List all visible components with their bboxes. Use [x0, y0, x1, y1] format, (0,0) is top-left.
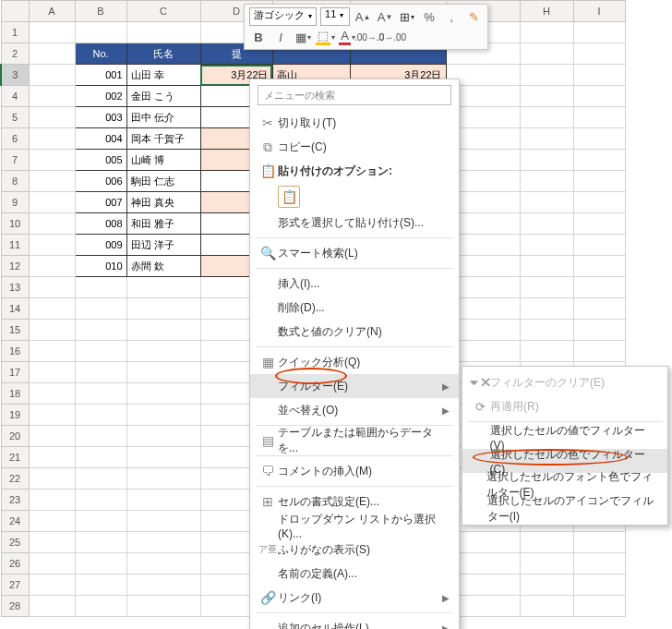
increase-font-icon[interactable]: A▲	[354, 7, 372, 26]
row-header[interactable]: 16	[1, 341, 29, 362]
col-header-I[interactable]: I	[573, 1, 625, 22]
context-menu: メニューの検索 ✂ 切り取り(T) ⧉ コピー(C) 📋 貼り付けのオプション:…	[249, 79, 460, 629]
menu-link[interactable]: 🔗 リンク(I) ▶	[250, 586, 459, 610]
cell-no[interactable]: 001	[75, 65, 126, 86]
font-size-select[interactable]: 11 ▾	[320, 7, 350, 26]
menu-smart-lookup[interactable]: 🔍 スマート検索(L)	[250, 241, 459, 265]
menu-copy[interactable]: ⧉ コピー(C)	[250, 135, 459, 159]
menu-search-input[interactable]: メニューの検索	[258, 85, 451, 105]
row-header[interactable]: 13	[1, 277, 29, 298]
border-icon[interactable]: ▦▾	[294, 28, 312, 46]
row-header[interactable]: 23	[1, 490, 29, 511]
menu-quick-analysis[interactable]: ▦ クイック分析(Q)	[250, 350, 459, 374]
submenu-filter-by-icon[interactable]: 選択したセルのアイコンでフィルター(I)	[462, 497, 667, 521]
row-header[interactable]: 27	[1, 575, 29, 596]
row-header[interactable]: 12	[1, 256, 29, 277]
cell-name[interactable]: 赤間 欽	[126, 256, 200, 277]
cell-name[interactable]: 駒田 仁志	[126, 171, 200, 192]
row-header[interactable]: 11	[1, 235, 29, 256]
decrease-decimal-icon[interactable]: .0→.00	[382, 28, 401, 46]
cell-no[interactable]: 003	[75, 107, 126, 128]
row-header[interactable]: 9	[1, 192, 29, 213]
submenu-clear-filter: ⏷✕ フィルターのクリア(E)	[462, 370, 667, 394]
cell-name[interactable]: 神田 真央	[126, 192, 200, 213]
row-header[interactable]: 8	[1, 171, 29, 192]
menu-define-name[interactable]: 名前の定義(A)...	[250, 562, 459, 586]
cell-no[interactable]: 005	[75, 150, 126, 171]
filter-submenu: ⏷✕ フィルターのクリア(E) ⟳ 再適用(R) 選択したセルの値でフィルター(…	[462, 366, 668, 526]
row-header[interactable]: 5	[1, 107, 29, 128]
menu-delete[interactable]: 削除(D)...	[250, 296, 459, 320]
row-header[interactable]: 6	[1, 128, 29, 150]
menu-get-data-from-table[interactable]: ▤ テーブルまたは範囲からデータを...	[250, 429, 459, 453]
menu-pick-from-dropdown[interactable]: ドロップダウン リストから選択(K)...	[250, 514, 459, 538]
menu-paste-special[interactable]: 形式を選択して貼り付け(S)...	[250, 211, 459, 235]
cell-no[interactable]: 002	[75, 86, 126, 107]
row-header[interactable]: 17	[1, 362, 29, 383]
menu-format-cells[interactable]: ⊞ セルの書式設定(E)...	[250, 490, 459, 514]
bold-icon[interactable]: B	[249, 28, 268, 46]
row-header[interactable]: 1	[1, 22, 29, 43]
row-header[interactable]: 28	[1, 596, 29, 617]
menu-show-phonetic[interactable]: ア亜 ふりがなの表示(S)	[250, 538, 459, 562]
cell-no[interactable]: 008	[75, 213, 126, 235]
cell-name[interactable]: 金田 こう	[126, 86, 200, 107]
row-header[interactable]: 21	[1, 447, 29, 468]
cell-no[interactable]: 004	[75, 128, 126, 150]
italic-icon[interactable]: I	[271, 28, 290, 46]
chevron-right-icon: ▶	[442, 405, 450, 416]
row-header[interactable]: 2	[1, 43, 29, 65]
fill-color-icon[interactable]: ⬚▾	[316, 28, 334, 46]
row-header[interactable]: 19	[1, 405, 29, 426]
row-header[interactable]: 14	[1, 298, 29, 320]
menu-insert[interactable]: 挿入(I)...	[250, 272, 459, 296]
paste-default-icon[interactable]: 📋	[278, 186, 300, 208]
menu-additional-cell-actions[interactable]: 追加のセル操作(L) ▶	[250, 616, 459, 629]
comma-icon[interactable]: ,	[442, 7, 461, 26]
row-header[interactable]: 26	[1, 553, 29, 575]
cell-name[interactable]: 山田 幸	[126, 65, 200, 86]
decrease-font-icon[interactable]: A▼	[376, 7, 394, 26]
quick-analysis-icon: ▦	[258, 355, 278, 369]
cell-name[interactable]: 山崎 博	[126, 150, 200, 171]
format-painter-icon[interactable]: ✎	[464, 7, 483, 26]
format-cells-icon: ⊞	[258, 494, 278, 509]
percent-icon[interactable]: %	[420, 7, 438, 26]
cell-no[interactable]: 006	[75, 171, 126, 192]
phonetic-icon: ア亜	[258, 543, 278, 556]
col-header-A[interactable]: A	[29, 1, 75, 22]
menu-filter[interactable]: フィルター(E) ▶	[250, 374, 459, 398]
row-header[interactable]: 25	[1, 532, 29, 553]
row-header[interactable]: 18	[1, 383, 29, 405]
row-header[interactable]: 3	[1, 65, 29, 86]
font-name-select[interactable]: 游ゴシック ▾	[249, 7, 317, 26]
cell-no[interactable]: 010	[75, 256, 126, 277]
chevron-right-icon: ▶	[442, 381, 450, 392]
menu-sort[interactable]: 並べ替え(O) ▶	[250, 398, 459, 422]
menu-insert-comment[interactable]: 🗨 コメントの挿入(M)	[250, 459, 459, 483]
menu-cut[interactable]: ✂ 切り取り(T)	[250, 111, 459, 135]
row-header[interactable]: 20	[1, 426, 29, 447]
row-header[interactable]: 4	[1, 86, 29, 107]
cell-no[interactable]: 009	[75, 235, 126, 256]
cell-name[interactable]: 岡本 千賀子	[126, 128, 200, 150]
col-header-C[interactable]: C	[126, 1, 200, 22]
row-header[interactable]: 15	[1, 320, 29, 341]
row-header[interactable]: 22	[1, 468, 29, 490]
cell-name[interactable]: 田辺 洋子	[126, 235, 200, 256]
cell-name[interactable]: 和田 雅子	[126, 213, 200, 235]
col-header-B[interactable]: B	[75, 1, 126, 22]
cell-name[interactable]: 田中 伝介	[126, 107, 200, 128]
cell-no[interactable]: 007	[75, 192, 126, 213]
row-header[interactable]: 7	[1, 150, 29, 171]
submenu-filter-by-value[interactable]: 選択したセルの値でフィルター(V)	[462, 425, 667, 449]
accounting-format-icon[interactable]: ⊞▾	[398, 7, 416, 26]
reapply-icon: ⟳	[470, 400, 490, 414]
select-all-corner[interactable]	[1, 1, 29, 22]
menu-clear-contents[interactable]: 数式と値のクリア(N)	[250, 320, 459, 344]
row-header[interactable]: 10	[1, 213, 29, 235]
submenu-reapply: ⟳ 再適用(R)	[462, 394, 667, 418]
link-icon: 🔗	[258, 590, 278, 605]
row-header[interactable]: 24	[1, 511, 29, 532]
col-header-H[interactable]: H	[520, 1, 573, 22]
